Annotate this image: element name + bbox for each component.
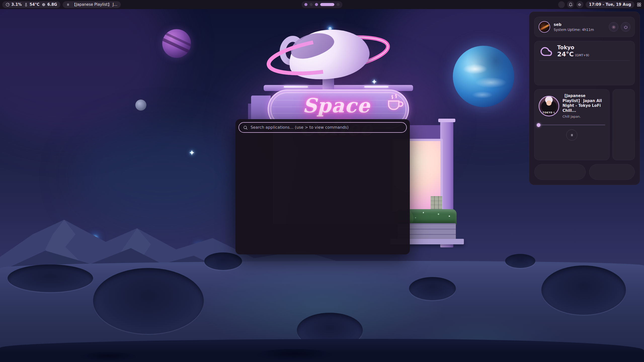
now-playing-label: 【Japanese Playlist】 J... — [72, 2, 117, 7]
system-monitor-column — [613, 89, 635, 160]
seek-slider[interactable] — [539, 123, 605, 127]
top-bar: 3.1% 54°C 6.8G 【Japanese Playlist】 J... — [0, 0, 644, 9]
gear-icon — [612, 25, 616, 29]
workspace-dot[interactable] — [320, 3, 334, 6]
crater — [80, 352, 136, 361]
system-stats-pill: 3.1% 54°C 6.8G — [2, 1, 60, 8]
media-player-card: TOKYO L 【Japanese Playlist】 Japan All Ni… — [534, 89, 610, 160]
saturn-ring-front — [262, 30, 395, 83]
album-art-text: TOKYO L — [539, 111, 558, 114]
search-input[interactable]: Search applications... (use > to view co… — [238, 122, 407, 133]
pause-icon — [66, 3, 70, 7]
now-playing-pill[interactable]: 【Japanese Playlist】 J... — [63, 1, 121, 8]
notifications-button[interactable] — [567, 1, 574, 8]
sign-coffee-cup-icon — [385, 93, 404, 115]
dashboard-panel: seb System Uptime: 4h11m Tokyo 24°C(GMT+… — [529, 12, 640, 185]
audio-visualizer — [539, 143, 605, 161]
search-icon — [243, 125, 248, 130]
crater — [257, 349, 332, 360]
crater — [409, 277, 456, 300]
thermometer-icon — [24, 3, 28, 7]
power-icon — [624, 25, 628, 29]
clock[interactable]: 17:09 - Tue, 19 Aug — [586, 1, 634, 8]
gauge-icon — [6, 3, 10, 7]
weather-temp: 24°C(GMT+9) — [557, 51, 589, 58]
weather-card: Tokyo 24°C(GMT+9) — [534, 41, 635, 85]
user-card: seb System Uptime: 4h11m — [534, 17, 635, 37]
crater — [8, 264, 93, 292]
stat: 3.1% — [6, 2, 22, 7]
tray-cluster: 17:09 - Tue, 19 Aug — [558, 1, 641, 8]
track-title: 【Japanese Playlist】 Japan All Night - To… — [562, 94, 605, 113]
overview-icon[interactable] — [637, 2, 641, 7]
system-stats-cluster: 3.1% 54°C 6.8G 【Japanese Playlist】 J... — [2, 1, 121, 8]
workspace-dot[interactable] — [315, 3, 318, 6]
album-art: TOKYO L — [539, 96, 559, 116]
workspace-dot[interactable] — [304, 3, 307, 6]
tray-pill — [558, 1, 565, 8]
weather-timezone: (GMT+9) — [575, 53, 589, 57]
track-subtitle: Chill Japan. — [562, 115, 605, 118]
volume-button[interactable] — [576, 1, 583, 8]
pause-icon — [570, 133, 574, 137]
seek-knob[interactable] — [537, 123, 541, 127]
cloud-icon — [539, 46, 554, 57]
foreground-ridge — [0, 339, 644, 362]
stat: 54°C — [24, 2, 39, 7]
stat-value: 54°C — [30, 2, 39, 7]
system-uptime: System Uptime: 4h11m — [554, 28, 594, 32]
settings-button[interactable] — [609, 22, 618, 32]
crater — [93, 268, 204, 334]
bell-icon — [569, 3, 573, 7]
crater — [204, 252, 242, 270]
user-name: seb — [554, 22, 594, 27]
power-button[interactable] — [621, 22, 630, 32]
speaker-icon — [578, 3, 582, 7]
chip-icon — [42, 3, 46, 7]
power-profile-pill — [534, 164, 586, 180]
stat-value: 6.8G — [47, 2, 57, 7]
clock-label: 17:09 - Tue, 19 Aug — [589, 2, 631, 7]
stat-value: 3.1% — [11, 2, 22, 7]
search-placeholder: Search applications... (use > to view co… — [251, 125, 349, 130]
crater — [505, 254, 535, 268]
seek-track — [539, 124, 605, 125]
app-launcher: Search applications... (use > to view co… — [235, 119, 410, 254]
weather-city: Tokyo — [557, 45, 589, 51]
divider — [539, 60, 630, 61]
avatar[interactable] — [539, 21, 550, 33]
workspace-dot[interactable] — [337, 3, 340, 6]
capture-pill — [589, 164, 635, 180]
play-pause-button[interactable] — [566, 129, 577, 141]
crater — [541, 265, 626, 315]
workspace-dot[interactable] — [310, 3, 313, 6]
workspace-indicator — [302, 1, 342, 8]
stat: 6.8G — [42, 2, 57, 7]
